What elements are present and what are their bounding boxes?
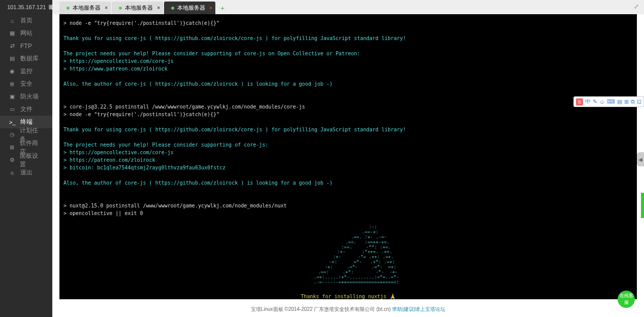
nav-icon: ▭ bbox=[9, 106, 15, 113]
close-icon[interactable]: × bbox=[105, 5, 108, 11]
ascii-art: :-: .==-+: .==. :+- .-=- .==. :==++-+=. … bbox=[63, 225, 633, 285]
sidebar-header: 101.35.167.121 0 bbox=[0, 0, 52, 14]
nav-item-0[interactable]: ⌂首页 bbox=[0, 14, 52, 27]
ime-btn[interactable]: ▤ bbox=[617, 98, 622, 105]
term-line: > bitcoin: bc1qlea7544qtsmj2rayg0lthvza9… bbox=[63, 164, 633, 171]
nav-label: 网站 bbox=[20, 29, 33, 38]
term-line bbox=[63, 217, 633, 225]
term-line: Also, the author of core-js ( https://gi… bbox=[63, 80, 633, 88]
nav-icon: ▣ bbox=[9, 93, 15, 100]
term-line: Thank you for using core-js ( https://gi… bbox=[63, 126, 633, 133]
nav-item-12[interactable]: ⎋退出 bbox=[0, 166, 52, 179]
nav-item-2[interactable]: ⇄FTP bbox=[0, 40, 52, 52]
term-line: Also, the author of core-js ( https://gi… bbox=[63, 179, 633, 187]
nav-icon: ▦ bbox=[9, 30, 15, 37]
term-line: The project needs your help! Please cons… bbox=[63, 141, 633, 149]
slide-handle[interactable]: ◀ bbox=[637, 152, 644, 166]
footer: 宝塔Linux面板 ©2014-2022 广东堡塔安全技术有限公司 (bt.cn… bbox=[52, 306, 644, 313]
tab-label: 本地服务器 bbox=[73, 4, 101, 12]
nav-label: 监控 bbox=[20, 67, 33, 76]
term-line bbox=[63, 118, 633, 126]
ime-btn[interactable]: ⊞ bbox=[624, 98, 629, 105]
nav-label: 终端 bbox=[20, 118, 33, 126]
close-icon[interactable]: × bbox=[209, 5, 212, 11]
nav-item-7[interactable]: ▭文件 bbox=[0, 103, 52, 116]
term-line bbox=[63, 133, 633, 141]
tab-status-icon bbox=[171, 7, 174, 10]
close-icon[interactable]: × bbox=[157, 5, 160, 11]
edge-indicator bbox=[641, 193, 644, 218]
nav-label: 安全 bbox=[20, 80, 33, 88]
ime-btn[interactable]: ✎ bbox=[593, 98, 597, 105]
tab-label: 本地服务器 bbox=[177, 4, 205, 12]
term-line: Thanks for installing nuxtjs 🙏 bbox=[63, 293, 633, 299]
term-line: > https://patreon.com/zloirock bbox=[63, 156, 633, 164]
nav-item-4[interactable]: ◉监控 bbox=[0, 65, 52, 78]
terminal-output[interactable]: > node -e "try{require('./postinstall')}… bbox=[59, 14, 637, 299]
nav-icon: ⎋ bbox=[9, 170, 15, 176]
nav-label: 防火墙 bbox=[20, 92, 39, 101]
nav-label: 面板设置 bbox=[20, 152, 43, 169]
term-line: > node -e "try{require('./postinstall')}… bbox=[63, 111, 633, 118]
term-line bbox=[63, 171, 633, 179]
nav-icon: ⚙ bbox=[9, 157, 15, 163]
nav-label: 数据库 bbox=[20, 54, 39, 63]
nav-icon: ⇄ bbox=[9, 43, 15, 49]
nav-item-6[interactable]: ▣防火墙 bbox=[0, 90, 52, 103]
nav-icon: ⛨ bbox=[9, 81, 15, 87]
term-line: > https://opencollective.com/core-js bbox=[63, 149, 633, 156]
ime-toolbar[interactable]: S 中 ✎ ☺ ⌨ ▤ ⊞ ⧉ ⊡ bbox=[573, 96, 644, 107]
ime-btn[interactable]: ⧉ bbox=[631, 98, 635, 105]
tab-0[interactable]: 本地服务器× bbox=[59, 2, 111, 14]
expand-icon[interactable]: ⤢ bbox=[634, 3, 639, 10]
nav-icon: >_ bbox=[9, 119, 15, 125]
nav-item-1[interactable]: ▦网站 bbox=[0, 27, 52, 40]
tab-bar: 本地服务器×本地服务器×本地服务器× + ⤢ bbox=[52, 0, 644, 14]
term-line: > https://opencollective.com/core-js bbox=[63, 57, 633, 65]
nav-label: 首页 bbox=[20, 16, 33, 25]
nav-item-3[interactable]: ▤数据库 bbox=[0, 52, 52, 65]
nav-icon: ⊞ bbox=[9, 144, 15, 151]
nav-label: FTP bbox=[20, 43, 32, 50]
add-tab-button[interactable]: + bbox=[216, 2, 229, 14]
term-line bbox=[63, 285, 633, 293]
tab-label: 本地服务器 bbox=[125, 4, 153, 12]
server-ip: 101.35.167.121 bbox=[7, 4, 46, 10]
main-area: 本地服务器×本地服务器×本地服务器× + ⤢ > node -e "try{re… bbox=[52, 0, 644, 317]
term-line bbox=[63, 95, 633, 103]
nav-item-11[interactable]: ⚙面板设置 bbox=[0, 154, 52, 166]
term-line: > node -e "try{require('./postinstall')}… bbox=[63, 19, 633, 27]
nav-icon: ⌂ bbox=[9, 18, 15, 24]
tab-1[interactable]: 本地服务器× bbox=[112, 2, 163, 14]
term-line: > opencollective || exit 0 bbox=[63, 209, 633, 217]
term-line: > https://www.patreon.com/zloirock bbox=[63, 65, 633, 73]
ime-btn[interactable]: ☺ bbox=[599, 99, 605, 105]
term-line bbox=[63, 42, 633, 50]
ime-btn[interactable]: ⌨ bbox=[607, 98, 615, 105]
nav-icon: ◉ bbox=[9, 68, 15, 75]
tab-2[interactable]: 本地服务器× bbox=[164, 2, 215, 14]
term-line: > core-js@3.22.5 postinstall /www/wwwroo… bbox=[63, 103, 633, 111]
tab-status-icon bbox=[67, 7, 70, 10]
ime-logo-icon[interactable]: S bbox=[576, 98, 583, 105]
nav-item-5[interactable]: ⛨安全 bbox=[0, 78, 52, 90]
footer-text: 宝塔Linux面板 ©2014-2022 广东堡塔安全技术有限公司 (bt.cn… bbox=[251, 306, 393, 312]
term-line: Thank you for using core-js ( https://gi… bbox=[63, 34, 633, 42]
sidebar: 101.35.167.121 0 ⌂首页▦网站⇄FTP▤数据库◉监控⛨安全▣防火… bbox=[0, 0, 52, 317]
term-line bbox=[63, 73, 633, 80]
tab-status-icon bbox=[119, 7, 122, 10]
nav-label: 退出 bbox=[20, 168, 33, 177]
ime-btn[interactable]: 中 bbox=[585, 98, 591, 105]
term-line: > nuxt@2.15.0 postinstall /www/wwwroot/g… bbox=[63, 202, 633, 209]
term-line: The project needs your help! Please cons… bbox=[63, 50, 633, 57]
nav-icon: ▤ bbox=[9, 55, 15, 62]
footer-link[interactable]: 求助|建议|请上宝塔论坛 bbox=[392, 306, 445, 312]
ime-btn[interactable]: ⊡ bbox=[637, 98, 641, 105]
nav-label: 文件 bbox=[20, 105, 33, 114]
term-line bbox=[63, 187, 633, 194]
term-line bbox=[63, 27, 633, 34]
term-line bbox=[63, 88, 633, 95]
chat-button[interactable]: 在线客服 bbox=[618, 291, 635, 308]
nav-icon: ◷ bbox=[9, 131, 15, 138]
term-line bbox=[63, 194, 633, 202]
